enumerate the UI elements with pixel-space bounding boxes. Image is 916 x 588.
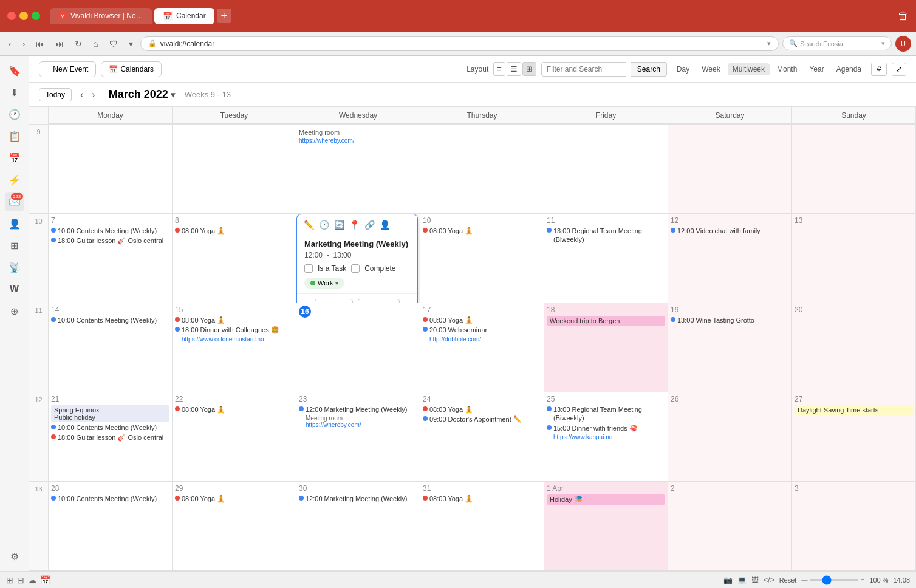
sidebar-item-settings[interactable]: ⚙ [5,547,24,566]
cell-w9-thu[interactable] [420,125,544,214]
popup-person-button[interactable]: 👤 [378,218,392,231]
event-videochat-12[interactable]: 12:00 Video chat with family [671,227,789,235]
cell-w12-sat[interactable]: 26 [668,392,792,482]
event-yoga-22[interactable]: 08:00 Yoga 🧘 [175,405,293,414]
history-end-button[interactable]: ⏭ [52,36,67,51]
cell-w13-tue[interactable]: 29 08:00 Yoga 🧘 [173,482,296,571]
sidebar-item-bookmark[interactable]: 🔖 [5,61,24,80]
popup-edit-button[interactable]: ✏️ [302,218,316,231]
zoom-slider[interactable] [810,579,858,581]
calendars-button[interactable]: 📅 Calendars [101,61,162,77]
layout-list2-button[interactable]: ☰ [507,62,521,76]
cell-w11-wed[interactable]: 16 [296,303,420,392]
month-dropdown-icon[interactable]: ▾ [171,90,175,100]
cell-w10-tue[interactable]: 8 08:00 Yoga 🧘 [173,214,296,303]
view-week-button[interactable]: Week [697,63,725,75]
browser-search-box[interactable]: 🔍 Search Ecosia ▾ [782,36,892,50]
cell-w9-tue[interactable] [173,125,296,214]
event-marketing-23[interactable]: 12:00 Marketing Meeting (Weekly) [299,405,417,414]
event-contents-meeting-7[interactable]: 10:00 Contents Meeting (Weekly) [51,227,169,235]
zoom-plus-icon[interactable]: + [861,576,864,583]
popup-repeat-button[interactable]: 🔄 [332,218,346,231]
event-yoga-31[interactable]: 08:00 Yoga 🧘 [423,494,541,503]
event-dinner-15[interactable]: 18:00 Dinner with Colleagues 🍔 [175,326,293,334]
maximize-button[interactable] [32,12,40,20]
event-yoga-24[interactable]: 08:00 Yoga 🧘 [423,405,541,414]
layout-list1-button[interactable]: ≡ [493,62,505,76]
tab-2[interactable]: 📅 Calendar [154,8,214,24]
cell-w10-wed[interactable]: 9 12:00 Marketing Meeting (Weekly) Meeti… [296,214,420,303]
cell-w11-mon[interactable]: 14 10:00 Contents Meeting (Weekly) [49,303,173,392]
cell-w12-sun[interactable]: 27 Daylight Saving Time starts [792,392,916,482]
event-guitar-7[interactable]: 18:00 Guitar lesson 🎸 Oslo central [51,236,169,245]
screen-status-icon[interactable]: 💻 [737,576,747,584]
complete-checkbox[interactable] [351,264,360,273]
cell-w9-fri[interactable] [544,125,668,214]
cell-w10-mon[interactable]: 7 10:00 Contents Meeting (Weekly) 18:00 … [49,214,173,303]
view-year-button[interactable]: Year [804,63,829,75]
next-button[interactable]: › [88,88,98,101]
cell-w13-fri[interactable]: 1 Apr Holiday 🎏 [544,482,668,571]
sidebar-item-mail[interactable]: ✉️ 222 [5,192,24,211]
event-guitar-21[interactable]: 18:00 Guitar lesson 🎸 Oslo central [51,433,169,442]
cell-w9-wed[interactable]: Meeting room https://whereby.com/ [296,125,420,214]
history-start-button[interactable]: ⏮ [32,36,48,51]
prev-button[interactable]: ‹ [77,88,87,101]
view-agenda-button[interactable]: Agenda [832,63,866,75]
today-button[interactable]: Today [39,88,72,101]
event-link[interactable]: https://whereby.com/ [299,137,417,144]
user-avatar[interactable]: U [895,36,911,52]
popup-clock-button[interactable]: 🕐 [317,218,331,231]
filter-search-input[interactable] [541,62,626,77]
sidebar-item-history[interactable]: 🕐 [5,104,24,124]
reload-button[interactable]: ↻ [71,36,86,51]
cell-w13-wed[interactable]: 30 12:00 Marketing Meeting (Weekly) [296,482,420,571]
popup-delete-button[interactable]: Delete [358,299,400,303]
shield-button[interactable]: 🛡 [106,36,121,51]
cell-w11-fri[interactable]: 18 Weekend trip to Bergen [544,303,668,392]
popup-tag[interactable]: Work ▾ [304,278,344,289]
sidebar-item-w[interactable]: W [5,279,24,299]
cell-w11-tue[interactable]: 15 08:00 Yoga 🧘 18:00 Dinner with Collea… [173,303,296,392]
reset-button[interactable]: Reset [779,576,797,584]
sidebar-item-download[interactable]: ⬇ [5,83,24,102]
cell-w12-mon[interactable]: 21 Spring EquinoxPublic holiday 10:00 Co… [49,392,173,482]
minimize-button[interactable] [19,12,28,20]
zoom-minus-icon[interactable]: — [801,576,807,583]
cell-w9-sun[interactable] [792,125,916,214]
camera-status-icon[interactable]: 📷 [723,576,733,584]
sidebar-item-rss[interactable]: 📡 [5,258,24,277]
event-contents-14[interactable]: 10:00 Contents Meeting (Weekly) [51,316,169,324]
event-link[interactable]: https://whereby.com/ [306,422,417,428]
event-yoga-17[interactable]: 08:00 Yoga 🧘 [423,316,541,324]
sidebar-item-contacts[interactable]: 👤 [5,214,24,233]
new-tab-button[interactable]: + [217,9,231,23]
sidebar-item-sync[interactable]: ⚡ [5,170,24,190]
close-window-icon[interactable]: 🗑 [898,10,909,22]
event[interactable]: Meeting room [299,129,417,136]
event-dinner-25[interactable]: 15:00 Dinner with friends 🍣 [547,424,665,432]
sidebar-item-grid[interactable]: ⊞ [5,236,24,255]
forward-button[interactable]: › [19,36,29,51]
home-button[interactable]: ⌂ [89,36,101,51]
event-regional-11[interactable]: 13:00 Regional Team Meeting (Biweekly) [547,227,665,244]
popup-location-button[interactable]: 📍 [347,218,361,231]
image-status-icon[interactable]: 🖼 [751,576,759,584]
code-status-icon[interactable]: </> [764,576,774,584]
expand-button[interactable]: ⤢ [892,63,906,76]
print-button[interactable]: 🖨 [871,63,887,76]
cell-w13-mon[interactable]: 28 10:00 Contents Meeting (Weekly) [49,482,173,571]
popup-link-button[interactable]: 🔗 [363,218,377,231]
event-contents-28[interactable]: 10:00 Contents Meeting (Weekly) [51,494,169,503]
sidebar-item-calendar[interactable]: 📅 [5,148,24,168]
sidebar-item-add[interactable]: ⊕ [5,301,24,321]
event-seminar-17[interactable]: 20:00 Web seminar [423,326,541,334]
event-yoga-10[interactable]: 08:00 Yoga 🧘 [423,227,541,235]
event-doctor-24[interactable]: 09:00 Doctor's Appointment ✏️ [423,415,541,423]
event-link[interactable]: http://dribbble.com/ [429,336,541,343]
sidebar-toggle-icon[interactable]: ⊞ [6,575,13,585]
event-link[interactable]: https://www.colonelmustard.no [182,336,293,343]
event-link[interactable]: https://www.kanpai.no [553,434,665,440]
tab-1[interactable]: V Vivaldi Browser | Now with [50,8,152,24]
cell-w11-sat[interactable]: 19 13:00 Wine Tasting Grotto [668,303,792,392]
